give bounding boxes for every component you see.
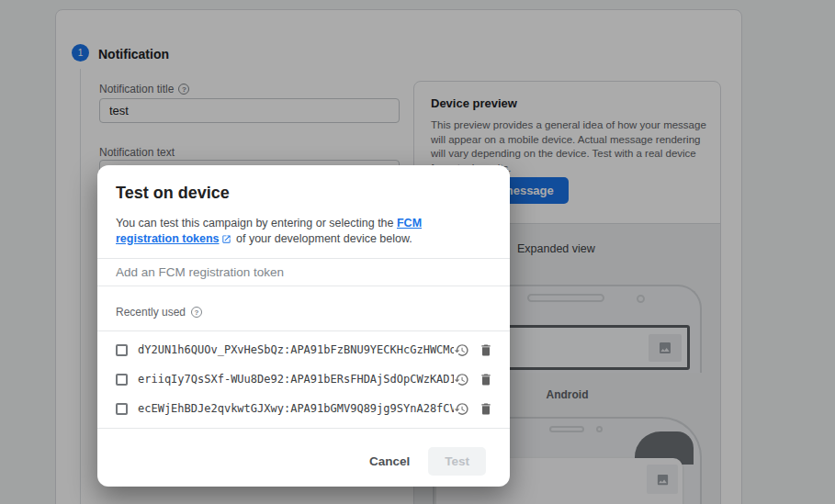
token-value: eriiqIy7QsSXf-WUu8De92:APA91bERsFHDAjSdO… [138,373,454,386]
delete-icon [479,372,493,387]
delete-token-button[interactable] [479,342,493,358]
intro-text-before-link: You can test this campaign by entering o… [116,217,397,230]
token-checkbox[interactable] [116,403,128,415]
token-value: dY2UN1h6QUOv_PXvHeSbQz:APA91bFzBNU9YECKH… [138,343,454,356]
delete-token-button[interactable] [479,372,493,387]
history-icon [454,372,469,387]
intro-text-after-link: of your development device below. [233,232,412,245]
token-checkbox[interactable] [116,344,128,356]
test-button[interactable]: Test [428,447,486,476]
divider [97,286,510,286]
firebase-notification-composer-page: 1 Notification Notification title ? Noti… [0,0,835,504]
recent-token-list: dY2UN1h6QUOv_PXvHeSbQz:APA91bFzBNU9YECKH… [97,330,510,423]
delete-icon [479,401,493,417]
divider [97,428,510,429]
history-icon [454,401,469,417]
dialog-footer: Cancel Test [369,447,486,476]
external-link-icon[interactable] [221,234,231,244]
token-checkbox[interactable] [116,374,128,386]
token-value: ecEWjEhBDJe2qvkwtGJXwy:APA91bGMV9Q89jg9S… [138,402,454,415]
help-icon[interactable]: ? [191,307,202,318]
history-icon [454,342,469,358]
token-row: dY2UN1h6QUOv_PXvHeSbQz:APA91bFzBNU9YECKH… [97,335,510,364]
fcm-token-input[interactable] [97,259,510,286]
delete-token-button[interactable] [479,401,493,417]
cancel-button[interactable]: Cancel [369,454,410,468]
history-button[interactable] [454,372,469,387]
token-row: ecEWjEhBDJe2qvkwtGJXwy:APA91bGMV9Q89jg9S… [97,394,510,423]
delete-icon [479,342,493,358]
dialog-intro-text: You can test this campaign by entering o… [116,216,487,246]
history-button[interactable] [454,342,469,358]
recently-used-text: Recently used [116,306,186,319]
test-on-device-dialog: Test on device You can test this campaig… [97,165,510,487]
dialog-title: Test on device [116,184,230,203]
token-row: eriiqIy7QsSXf-WUu8De92:APA91bERsFHDAjSdO… [97,364,510,394]
recently-used-label: Recently used ? [116,306,202,319]
history-button[interactable] [454,401,469,417]
